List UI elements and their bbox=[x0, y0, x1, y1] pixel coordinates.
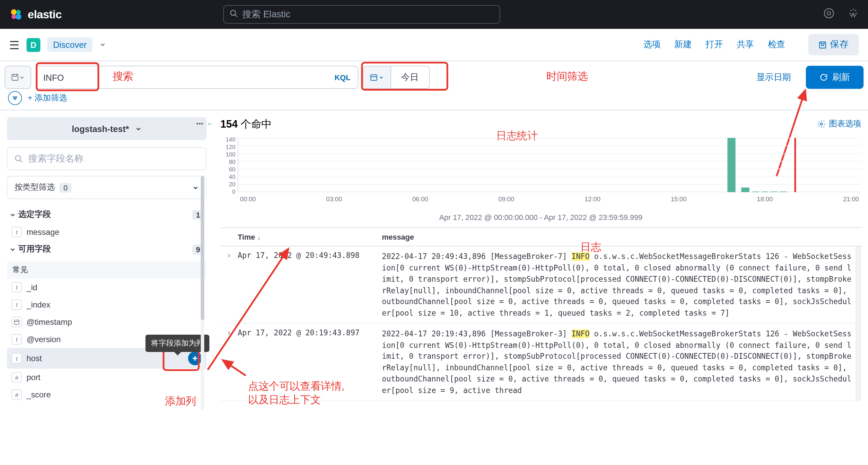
hit-count: 154 个命中 图表选项 bbox=[220, 117, 861, 131]
link-inspect[interactable]: 检查 bbox=[768, 39, 785, 50]
link-options[interactable]: 选项 bbox=[643, 39, 661, 50]
table-row[interactable]: ›Apr 17, 2022 @ 20:49:43.8982022-04-17 2… bbox=[220, 246, 855, 324]
field-search-placeholder: 搜索字段名称 bbox=[28, 153, 83, 165]
sidebar-collapse-icon[interactable]: ••• bbox=[196, 119, 203, 128]
space-badge[interactable]: D bbox=[26, 38, 40, 52]
query-bar: INFO KQL 今日 显示日期 刷新 bbox=[0, 61, 868, 89]
text-type-icon: t bbox=[12, 227, 22, 237]
refresh-button[interactable]: 刷新 bbox=[806, 66, 864, 89]
selected-fields-header[interactable]: 选定字段 1 bbox=[7, 206, 206, 223]
sidebar-scrollbar[interactable] bbox=[201, 176, 204, 410]
row-message: 2022-04-17 20:19:43,896 [MessageBroker-3… bbox=[382, 328, 855, 396]
filter-bar: + 添加筛选 bbox=[0, 89, 868, 110]
chevron-down-icon[interactable] bbox=[99, 39, 106, 50]
table-body: ›Apr 17, 2022 @ 20:49:43.8982022-04-17 2… bbox=[220, 246, 855, 401]
chevron-down-icon bbox=[192, 184, 199, 191]
svg-point-6 bbox=[827, 12, 831, 15]
field-search-input[interactable]: 搜索字段名称 bbox=[7, 147, 206, 170]
table-header: Time ↓ message bbox=[220, 227, 861, 246]
add-filter-link[interactable]: + 添加筛选 bbox=[28, 93, 67, 104]
index-pattern-name: logstash-test* bbox=[72, 124, 129, 134]
type-filter[interactable]: 按类型筛选 0 bbox=[7, 176, 206, 199]
query-input[interactable]: INFO KQL bbox=[36, 66, 358, 89]
chevron-down-icon bbox=[19, 74, 25, 80]
selected-fields-label: 选定字段 bbox=[18, 209, 51, 220]
svg-rect-8 bbox=[12, 74, 18, 80]
common-fields-header: 常见 bbox=[7, 261, 206, 279]
link-new[interactable]: 新建 bbox=[674, 39, 692, 50]
row-message: 2022-04-17 20:49:43,896 [MessageBroker-7… bbox=[382, 251, 855, 319]
annotation-box-search bbox=[36, 62, 99, 91]
field-timestamp[interactable]: @timestamp bbox=[7, 313, 206, 331]
date-type-icon bbox=[12, 317, 22, 327]
refresh-label: 刷新 bbox=[832, 72, 850, 83]
text-type-icon: t bbox=[12, 353, 22, 364]
svg-point-11 bbox=[15, 156, 20, 161]
row-timestamp: Apr 17, 2022 @ 20:19:43.897 bbox=[238, 328, 382, 396]
expand-row-icon[interactable]: › bbox=[220, 328, 238, 396]
time-range-label: Apr 17, 2022 @ 00:00:00.000 - Apr 17, 20… bbox=[220, 213, 861, 222]
link-open[interactable]: 打开 bbox=[705, 39, 723, 50]
global-search-placeholder: 搜索 Elastic bbox=[242, 8, 290, 21]
text-type-icon: t bbox=[12, 282, 22, 293]
elastic-logo[interactable]: elastic bbox=[9, 7, 61, 21]
chart-bars bbox=[238, 138, 861, 192]
svg-point-13 bbox=[820, 123, 823, 125]
global-header: elastic 搜索 Elastic bbox=[0, 0, 868, 29]
field-port[interactable]: #port bbox=[7, 369, 206, 386]
index-pattern-selector[interactable]: logstash-test* bbox=[7, 117, 206, 140]
text-type-icon: t bbox=[12, 299, 22, 310]
save-button[interactable]: 保存 bbox=[808, 34, 859, 55]
saved-query-button[interactable] bbox=[5, 66, 31, 89]
help-icon[interactable] bbox=[823, 7, 835, 21]
svg-point-3 bbox=[16, 14, 21, 20]
svg-point-4 bbox=[230, 10, 235, 15]
results-panel: ••• ← 154 个命中 图表选项 日志统计 1401201008060402… bbox=[213, 110, 868, 410]
newsfeed-icon[interactable] bbox=[847, 7, 859, 21]
breadcrumb-app[interactable]: Discover bbox=[47, 38, 92, 52]
search-icon bbox=[229, 9, 238, 20]
column-message[interactable]: message bbox=[382, 232, 855, 241]
link-share[interactable]: 共享 bbox=[737, 39, 754, 50]
chevron-down-icon bbox=[9, 246, 16, 253]
field-index[interactable]: t_index bbox=[7, 296, 206, 313]
main-area: logstash-test* 搜索字段名称 按类型筛选 0 选定字段 1 t m… bbox=[0, 110, 868, 410]
query-lang-switch[interactable]: KQL bbox=[335, 73, 351, 82]
save-icon bbox=[818, 41, 827, 49]
svg-rect-12 bbox=[14, 320, 19, 324]
column-time[interactable]: Time ↓ bbox=[238, 232, 382, 241]
table-row[interactable]: ›Apr 17, 2022 @ 20:19:43.8972022-04-17 2… bbox=[220, 324, 855, 401]
chart-xaxis: 00:0003:0006:0009:0012:0015:0018:0021:00 bbox=[238, 196, 861, 202]
sort-desc-icon: ↓ bbox=[257, 234, 260, 240]
number-type-icon: # bbox=[12, 390, 22, 400]
field-message[interactable]: t message bbox=[7, 223, 206, 241]
refresh-icon bbox=[820, 73, 828, 81]
expand-row-icon[interactable]: › bbox=[220, 251, 238, 319]
field-score[interactable]: #_score bbox=[7, 386, 206, 403]
number-type-icon: # bbox=[12, 372, 22, 383]
chart-options-link[interactable]: 图表选项 bbox=[817, 119, 861, 129]
filter-toggle-icon[interactable] bbox=[8, 91, 22, 105]
available-fields-header[interactable]: 可用字段 9 bbox=[7, 241, 206, 258]
chart-yaxis: 140120100806040200 bbox=[222, 136, 235, 196]
chevron-down-icon bbox=[9, 211, 16, 218]
elastic-logo-icon bbox=[9, 7, 23, 21]
text-type-icon: t bbox=[12, 334, 22, 345]
nav-toggle-icon[interactable]: ☰ bbox=[9, 38, 20, 52]
table-scrollbar[interactable] bbox=[855, 246, 861, 401]
type-filter-count: 0 bbox=[59, 183, 72, 192]
histogram-chart[interactable]: 140120100806040200 00:0003:0006:0009:001… bbox=[238, 136, 861, 211]
svg-point-1 bbox=[16, 10, 21, 15]
sidebar-collapse-arrow-icon[interactable]: ← bbox=[207, 119, 214, 128]
disk-icon bbox=[11, 73, 19, 81]
brand-text: elastic bbox=[28, 8, 62, 21]
field-id[interactable]: t_id bbox=[7, 279, 206, 296]
svg-point-5 bbox=[824, 9, 833, 18]
type-filter-label: 按类型筛选 bbox=[15, 182, 55, 193]
add-column-tooltip: 将字段添加为列 bbox=[145, 335, 209, 352]
global-search-input[interactable]: 搜索 Elastic bbox=[223, 5, 500, 23]
show-dates-link[interactable]: 显示日期 bbox=[746, 72, 801, 83]
sidebar: logstash-test* 搜索字段名称 按类型筛选 0 选定字段 1 t m… bbox=[0, 110, 213, 410]
gear-icon bbox=[817, 120, 826, 128]
svg-point-2 bbox=[12, 15, 16, 19]
